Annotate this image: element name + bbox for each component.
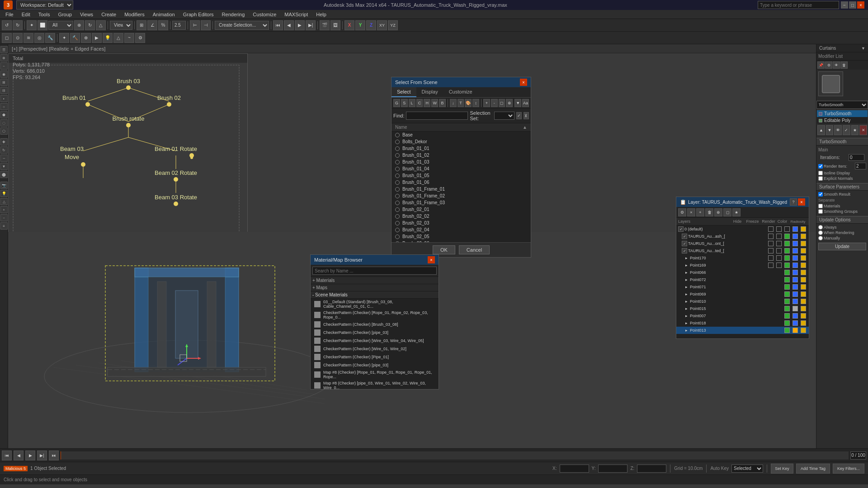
search-input[interactable]: [758, 1, 839, 9]
list-item[interactable]: Brush_01_03: [392, 159, 531, 165]
menu-file[interactable]: File: [2, 11, 17, 18]
stack-down-btn[interactable]: ▼: [826, 125, 834, 135]
layer-default[interactable]: ✓ 0 (default): [676, 225, 809, 233]
hierarchy-panel-button[interactable]: ⊕: [81, 33, 91, 43]
left-rect-select[interactable]: ▪: [0, 95, 8, 102]
named-selection-dropdown[interactable]: Create Selection...: [215, 21, 269, 30]
sort-by-color-btn[interactable]: 🎨: [465, 99, 472, 107]
numeric-input[interactable]: [172, 21, 186, 30]
layer-taurus-ash[interactable]: ✓ TAURUS_Au...ash_[: [676, 233, 809, 240]
menu-views[interactable]: Views: [76, 11, 97, 18]
layer-point170[interactable]: ▸ Point170: [676, 254, 809, 262]
layer-point169[interactable]: ▸ Point169: [676, 262, 809, 269]
list-item[interactable]: Brush_01_Frame_03: [392, 199, 531, 206]
systems-button[interactable]: ⚙: [135, 33, 145, 43]
sel-all-shapes-btn[interactable]: S: [401, 99, 408, 107]
redo-button[interactable]: ↻: [13, 20, 23, 30]
menu-customize[interactable]: Customize: [249, 11, 280, 18]
sel-all-helpers-btn[interactable]: H: [424, 99, 430, 107]
timeline-end-btn[interactable]: ⏭: [49, 450, 59, 460]
layer-point069[interactable]: ▸ Point069: [676, 291, 809, 298]
left-select-by-name[interactable]: ⊟: [0, 87, 8, 94]
left-lights[interactable]: 💡: [0, 190, 8, 197]
case-sensitive-btn[interactable]: Aa: [522, 99, 529, 107]
workspace-dropdown[interactable]: Workspace: Default: [16, 0, 73, 9]
selection-filter-dropdown[interactable]: All: [48, 21, 73, 30]
left-fence-select[interactable]: ⬟: [0, 111, 8, 118]
sort-by-size-btn[interactable]: ↕: [472, 99, 479, 107]
list-item[interactable]: Brush_02_02: [392, 213, 531, 220]
display-button[interactable]: ◎: [34, 33, 44, 43]
list-item[interactable]: Brush_02_05: [392, 233, 531, 240]
minimize-button[interactable]: −: [841, 1, 848, 9]
collapse-all-btn[interactable]: -: [491, 99, 498, 107]
tab-display[interactable]: Display: [416, 87, 443, 97]
left-bind-space-btn[interactable]: ◉: [0, 70, 8, 78]
shapes-button[interactable]: △: [113, 33, 123, 43]
menu-tools[interactable]: Tools: [35, 11, 54, 18]
layer-close-btn[interactable]: ×: [687, 208, 695, 216]
menu-graph-editors[interactable]: Graph Editors: [179, 11, 217, 18]
percent-snap-button[interactable]: %: [158, 20, 168, 30]
scene-materials-section[interactable]: - Scene Materials: [311, 291, 439, 299]
sel-all-lights-btn[interactable]: L: [409, 99, 415, 107]
spacewarp-button[interactable]: ~: [124, 33, 134, 43]
left-helpers[interactable]: +: [0, 206, 8, 213]
selection-set-dropdown[interactable]: [494, 112, 514, 120]
manually-radio[interactable]: [818, 236, 823, 240]
play-button[interactable]: ▶: [295, 20, 305, 30]
z-coord-input[interactable]: [637, 465, 666, 473]
key-filters-button[interactable]: Key Filters...: [833, 464, 864, 474]
layer-settings-btn[interactable]: ⚙: [678, 208, 686, 216]
stack-remove-btn[interactable]: ✕: [859, 125, 867, 135]
reference-coord-dropdown[interactable]: View: [110, 21, 132, 30]
layer-point071[interactable]: ▸ Point071: [676, 283, 809, 291]
y-axis-button[interactable]: Y: [355, 20, 365, 30]
left-rotate[interactable]: ↻: [0, 146, 8, 154]
move-button[interactable]: ⊕: [74, 20, 84, 30]
layer-taurus-ted[interactable]: ✓ TAURUS_Au...ted_[: [676, 247, 809, 254]
sort-by-name-btn[interactable]: ↓: [450, 99, 457, 107]
menu-group[interactable]: Group: [54, 11, 75, 18]
render-iters-checkbox[interactable]: [818, 164, 823, 169]
left-toggle-btn[interactable]: ⊞: [0, 79, 8, 86]
list-item[interactable]: Brush_01_Frame_01: [392, 186, 531, 192]
layer-hilite-btn[interactable]: ★: [732, 208, 741, 216]
timeline-next-btn[interactable]: ▶|: [37, 450, 47, 460]
left-select-move[interactable]: ✚: [0, 138, 8, 145]
mat-item[interactable]: Map #8 (Checker) [pipe_03, Wire_01, Wire…: [311, 380, 439, 389]
xy-plane-button[interactable]: XY: [377, 20, 387, 30]
pin-stack-btn[interactable]: 📌: [817, 61, 825, 69]
left-link-btn[interactable]: ⊕: [0, 54, 8, 61]
yz-plane-button[interactable]: YZ: [388, 20, 398, 30]
maps-section[interactable]: + Maps: [311, 284, 439, 291]
close-button[interactable]: ×: [857, 1, 864, 9]
layer-select-btn[interactable]: ◻: [723, 208, 731, 216]
layer-dialog-close[interactable]: ×: [798, 198, 805, 206]
editablepoly-item[interactable]: Editable Poly: [817, 117, 868, 124]
left-paint-select[interactable]: ⬡: [0, 127, 8, 135]
scene-materials-list[interactable]: 03__Default (Standard) [Brush_03_08, Cab…: [311, 299, 439, 389]
left-scale[interactable]: ↔: [0, 155, 8, 162]
highlight-btn[interactable]: ✓: [516, 112, 522, 119]
layer-help-btn[interactable]: ?: [790, 198, 797, 206]
sel-all-bones-btn[interactable]: B: [439, 99, 446, 107]
motion-panel-button[interactable]: ▶: [92, 33, 102, 43]
menu-animation[interactable]: Animation: [149, 11, 179, 18]
layer-point010[interactable]: ▸ Point010: [676, 298, 809, 305]
select-region-button[interactable]: ⬜: [38, 20, 47, 30]
list-item[interactable]: Brush_02_03: [392, 220, 531, 226]
stack-collapse-btn[interactable]: ✓: [843, 125, 850, 135]
lights-cameras-button[interactable]: 💡: [103, 33, 113, 43]
timeline-play-btn[interactable]: ▶: [25, 450, 35, 460]
y-coord-input[interactable]: [598, 465, 627, 473]
menu-maxscript[interactable]: MAXScript: [281, 11, 311, 18]
left-ribbon[interactable]: ≡: [0, 222, 8, 230]
mat-item[interactable]: CheckerPattern (Checker) [Wire_03, Wire_…: [311, 337, 439, 345]
autokey-mode-dropdown[interactable]: Selected: [731, 465, 763, 473]
explicit-normals-checkbox[interactable]: [818, 176, 823, 181]
layer-delete-btn[interactable]: 🗑: [705, 208, 713, 216]
materials-checkbox[interactable]: [818, 204, 823, 208]
menu-edit[interactable]: Edit: [18, 11, 34, 18]
display-subtree-btn[interactable]: ▼: [514, 99, 521, 107]
